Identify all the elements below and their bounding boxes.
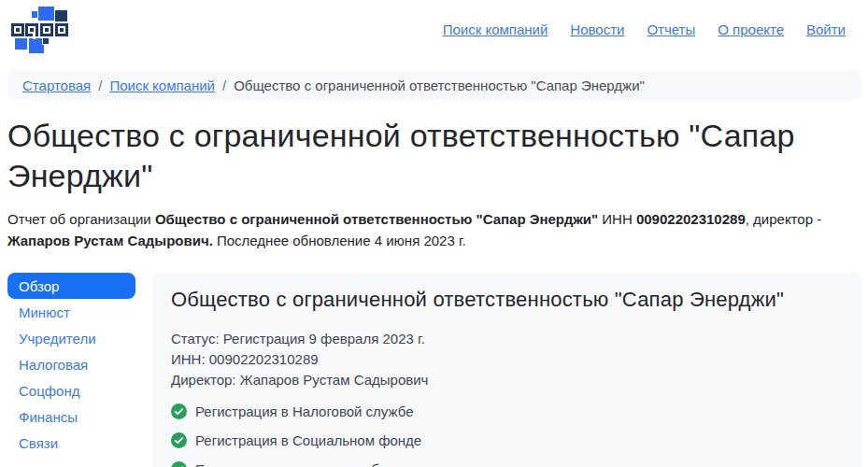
- nav-link-reports[interactable]: Отчеты: [647, 21, 695, 37]
- check-label: Есть данные о выплатах в бюджет в текуще…: [195, 461, 523, 467]
- check-row-social-fund-registration: Регистрация в Социальном фонде: [171, 432, 842, 448]
- check-row-tax-registration: Регистрация в Налоговой службе: [171, 403, 842, 419]
- site-logo[interactable]: [7, 5, 73, 55]
- overview-panel: Общество с ограниченной ответственностью…: [152, 273, 861, 467]
- breadcrumb-link-search[interactable]: Поиск компаний: [109, 78, 215, 93]
- breadcrumb-separator: /: [98, 78, 102, 93]
- header: Поиск компаний Новости Отчеты О проекте …: [7, 0, 861, 58]
- breadcrumb: Стартовая / Поиск компаний / Общество с …: [7, 71, 861, 100]
- nav-link-login[interactable]: Войти: [806, 21, 846, 37]
- top-nav: Поиск компаний Новости Отчеты О проекте …: [443, 21, 846, 37]
- breadcrumb-separator: /: [222, 78, 226, 93]
- sidebar-item-founders[interactable]: Учредители: [7, 325, 135, 351]
- sidebar-item-tax[interactable]: Налоговая: [7, 351, 135, 377]
- content-row: Обзор Минюст Учредители Налоговая Соцфон…: [7, 273, 861, 467]
- check-list: Регистрация в Налоговой службе Регистрац…: [171, 403, 842, 467]
- sidebar: Обзор Минюст Учредители Налоговая Соцфон…: [7, 273, 135, 467]
- nav-link-news[interactable]: Новости: [570, 21, 624, 37]
- summary-director-name: Жапаров Рустам Садырович.: [7, 233, 213, 248]
- summary-company-name: Общество с ограниченной ответственностью…: [155, 211, 598, 227]
- summary-updated: Последнее обновление 4 июня 2023 г.: [213, 233, 466, 248]
- logo-square: [24, 22, 39, 37]
- check-label: Регистрация в Налоговой службе: [195, 403, 414, 419]
- sidebar-item-minjust[interactable]: Минюст: [7, 299, 135, 325]
- check-circle-icon: [171, 461, 187, 467]
- logo-square: [42, 37, 50, 45]
- sidebar-item-relations[interactable]: Связи: [7, 430, 135, 456]
- sidebar-item-socfund[interactable]: Соцфонд: [7, 377, 135, 403]
- logo-square: [39, 22, 54, 37]
- overview-title: Общество с ограниченной ответственностью…: [171, 288, 842, 312]
- fact-status: Статус: Регистрация 9 февраля 2023 г.: [171, 329, 842, 349]
- summary-inn-label: ИНН: [598, 211, 636, 227]
- check-circle-icon: [171, 432, 187, 448]
- company-summary: Отчет об организации Общество с ограниче…: [7, 208, 861, 252]
- logo-square: [54, 22, 69, 37]
- sidebar-item-finance[interactable]: Финансы: [7, 403, 135, 430]
- fact-director: Директор: Жапаров Рустам Садырович: [171, 370, 842, 390]
- breadcrumb-current: Общество с ограниченной ответственностью…: [234, 78, 645, 93]
- nav-link-about[interactable]: О проекте: [718, 21, 784, 37]
- page-title: Общество с ограниченной ответственностью…: [7, 116, 861, 195]
- summary-prefix: Отчет об организации: [7, 211, 155, 227]
- logo-square: [54, 9, 68, 22]
- page: Поиск компаний Новости Отчеты О проекте …: [0, 0, 868, 467]
- logo-square: [14, 37, 28, 50]
- logo-square: [10, 22, 25, 37]
- check-row-budget-payments: Есть данные о выплатах в бюджет в текуще…: [171, 461, 842, 467]
- sidebar-item-overview[interactable]: Обзор: [7, 273, 135, 299]
- nav-link-company-search[interactable]: Поиск компаний: [443, 21, 548, 37]
- check-circle-icon: [171, 403, 187, 419]
- fact-inn: ИНН: 00902202310289: [171, 349, 842, 370]
- breadcrumb-link-home[interactable]: Стартовая: [22, 78, 91, 93]
- check-label: Регистрация в Социальном фонде: [195, 432, 421, 448]
- logo-square: [37, 6, 55, 21]
- summary-inn-value: 00902202310289: [636, 211, 746, 227]
- summary-director-label: , директор -: [746, 211, 821, 227]
